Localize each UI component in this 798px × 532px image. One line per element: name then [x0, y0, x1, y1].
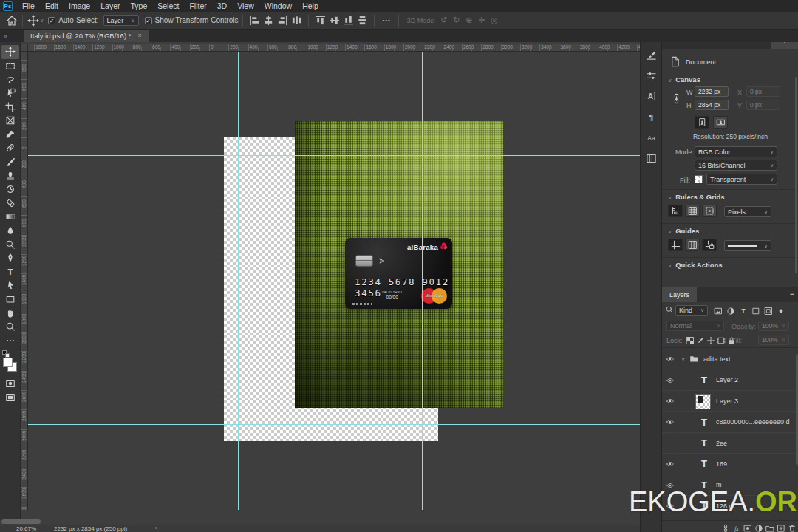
- canvas-fill-select[interactable]: Transparent∨: [706, 174, 777, 185]
- zoom-tool[interactable]: [1, 320, 19, 334]
- filter-type-icon[interactable]: T: [737, 305, 748, 316]
- layer-effects-icon[interactable]: fx: [731, 522, 742, 532]
- layer-visibility-eye-icon[interactable]: [662, 391, 678, 412]
- menu-window[interactable]: Window: [259, 0, 297, 12]
- glyphs-panel-icon[interactable]: Aa: [644, 131, 658, 144]
- layer-row[interactable]: T169: [662, 454, 798, 474]
- orientation-landscape-button[interactable]: [713, 116, 728, 129]
- history-brush-tool[interactable]: [1, 183, 19, 197]
- vertical-guide[interactable]: [422, 52, 423, 510]
- distribute-horizontal-icon[interactable]: [290, 15, 303, 26]
- link-layers-icon[interactable]: [720, 522, 731, 532]
- character-panel-icon[interactable]: A: [644, 89, 658, 103]
- menu-type[interactable]: Type: [125, 0, 152, 12]
- photoshop-logo[interactable]: Ps: [3, 1, 13, 11]
- brush-settings-panel-icon[interactable]: [644, 48, 658, 61]
- horizontal-guide[interactable]: [28, 155, 640, 156]
- layer-row[interactable]: ∨adita text: [662, 349, 798, 369]
- link-dimensions-icon[interactable]: [671, 93, 682, 104]
- align-top-icon[interactable]: [314, 15, 327, 26]
- menu-help[interactable]: Help: [297, 0, 324, 12]
- foreground-color-swatch[interactable]: [3, 358, 13, 367]
- vertical-guide[interactable]: [238, 52, 239, 510]
- move-tool-preset-icon[interactable]: [27, 15, 39, 27]
- menu-image[interactable]: Image: [64, 0, 95, 12]
- pen-tool[interactable]: [1, 251, 19, 265]
- layer-visibility-eye-icon[interactable]: [662, 349, 678, 369]
- layer-row[interactable]: TLayer 2: [662, 369, 798, 390]
- properties-scrollbar[interactable]: [795, 77, 797, 273]
- new-group-icon[interactable]: [764, 522, 775, 532]
- move-tool[interactable]: [1, 45, 19, 59]
- panel-menu-icon[interactable]: ≡: [785, 287, 798, 302]
- height-field[interactable]: 2854 px: [695, 100, 729, 110]
- layer-visibility-empty[interactable]: [662, 433, 678, 454]
- layer-name[interactable]: adita text: [703, 355, 731, 363]
- toggle-rulers-button[interactable]: [668, 205, 683, 217]
- zoom-level-field[interactable]: 20.67%: [16, 525, 36, 532]
- lock-pixels-icon[interactable]: [695, 335, 706, 346]
- lock-position-icon[interactable]: [705, 335, 716, 346]
- horizontal-scrollbar-thumb[interactable]: [1, 519, 41, 524]
- horizontal-guide[interactable]: [28, 424, 640, 425]
- align-bottom-icon[interactable]: [342, 15, 355, 26]
- color-mode-select[interactable]: RGB Color∨: [695, 146, 777, 157]
- menu-file[interactable]: File: [17, 0, 40, 12]
- layer-row[interactable]: Tc8a000000...eeeeeee0 d: [662, 412, 798, 432]
- section-guides[interactable]: ∨Guides: [668, 227, 699, 235]
- adjustment-layer-icon[interactable]: [753, 522, 764, 532]
- filter-pin-icon[interactable]: [775, 305, 786, 316]
- filter-smart-object-icon[interactable]: [763, 305, 774, 316]
- menu-3d[interactable]: 3D: [212, 0, 232, 12]
- align-left-icon[interactable]: [248, 15, 261, 26]
- home-icon[interactable]: [6, 15, 18, 27]
- chevron-down-icon[interactable]: ∨: [40, 18, 44, 24]
- auto-select-target-select[interactable]: Layer ∨: [103, 15, 139, 26]
- filter-pixel-icon[interactable]: [712, 305, 723, 316]
- lock-artboard-icon[interactable]: [715, 335, 726, 346]
- brush-tool[interactable]: [1, 155, 19, 169]
- layer-visibility-eye-icon[interactable]: [662, 412, 678, 432]
- menu-layer[interactable]: Layer: [95, 0, 125, 12]
- menu-edit[interactable]: Edit: [40, 0, 64, 12]
- lock-guides-button[interactable]: [702, 239, 717, 251]
- document-viewport[interactable]: alBaraka 1234 5678 9012 3456 VALID THRU …: [28, 52, 640, 510]
- ruler-origin-corner[interactable]: [21, 44, 28, 52]
- layer-name[interactable]: c8a000000...eeeeeee0 d: [716, 418, 790, 426]
- close-tab-icon[interactable]: ×: [137, 30, 141, 42]
- screen-mode-button[interactable]: [1, 391, 19, 405]
- lock-transparency-icon[interactable]: [684, 335, 695, 346]
- status-options-chevron-icon[interactable]: ›: [155, 525, 157, 531]
- object-selection-tool[interactable]: [1, 86, 19, 100]
- blur-tool[interactable]: [1, 224, 19, 238]
- align-middle-vertical-icon[interactable]: [328, 15, 341, 26]
- paragraph-panel-icon[interactable]: ¶: [644, 110, 658, 123]
- clone-source-panel-icon[interactable]: [644, 69, 658, 82]
- rectangle-tool[interactable]: [1, 293, 19, 307]
- layer-name[interactable]: 169: [716, 460, 727, 468]
- toggle-guides-button[interactable]: [668, 239, 683, 251]
- toggle-grid-button[interactable]: [685, 205, 700, 217]
- document-tab[interactable]: Italy id.psd @ 20.7% (RGB/16) * ×: [24, 30, 149, 42]
- libraries-panel-icon[interactable]: [644, 151, 658, 165]
- filter-shape-icon[interactable]: [750, 305, 761, 316]
- more-options-icon[interactable]: •••: [379, 17, 393, 24]
- menu-view[interactable]: View: [232, 0, 259, 12]
- menu-filter[interactable]: Filter: [184, 0, 211, 12]
- layer-visibility-eye-icon[interactable]: [662, 454, 678, 474]
- menu-select[interactable]: Select: [152, 0, 184, 12]
- delete-layer-icon[interactable]: [786, 522, 797, 532]
- more-tool[interactable]: [1, 333, 19, 347]
- new-layer-icon[interactable]: [775, 522, 786, 532]
- eraser-tool[interactable]: [1, 197, 19, 211]
- auto-select-checkbox[interactable]: ✓: [48, 17, 55, 24]
- eyedropper-tool[interactable]: [1, 128, 19, 142]
- layers-tab[interactable]: Layers: [662, 287, 697, 302]
- section-rulers-grids[interactable]: ∨Rulers & Grids: [668, 193, 725, 201]
- gradient-tool[interactable]: [1, 210, 19, 224]
- hand-tool[interactable]: [1, 306, 19, 320]
- show-transform-checkbox[interactable]: ✓: [145, 17, 152, 24]
- horizontal-ruler[interactable]: 1800160014001200100080060040020002004006…: [28, 44, 640, 52]
- healing-brush-tool[interactable]: [1, 141, 19, 155]
- layer-name[interactable]: Layer 2: [716, 376, 738, 383]
